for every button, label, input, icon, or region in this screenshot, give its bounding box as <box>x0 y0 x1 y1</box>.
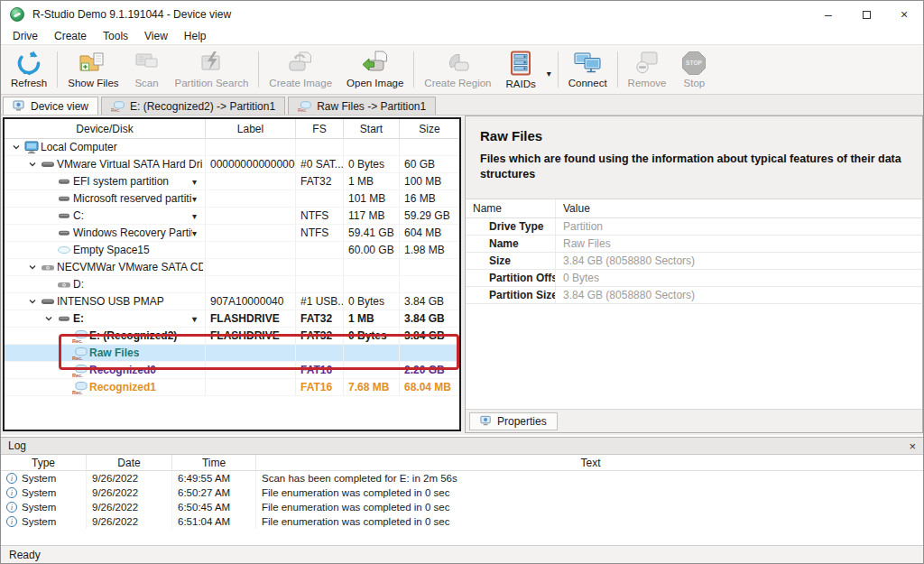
prop-row-name: Name Raw Files <box>466 236 922 253</box>
refresh-button[interactable]: Refresh <box>4 47 54 92</box>
toolbar: Refresh Show Files Scan Partition Search <box>1 44 923 95</box>
tree-row-e-drive[interactable]: E: ▾ FLASHDRIVE FAT32 1 MB 3.84 GB <box>5 310 459 328</box>
log-row[interactable]: iSystem 9/26/2022 6:51:04 AM File enumer… <box>1 514 924 529</box>
log-row[interactable]: iSystem 9/26/2022 6:50:45 AM File enumer… <box>1 500 924 514</box>
chevron-down-icon[interactable] <box>25 160 39 169</box>
tree-row-recognized0[interactable]: Rec. Recognized0 FAT16 2.20 GB <box>5 362 459 379</box>
log-column-date[interactable]: Date <box>87 455 172 471</box>
tab-label: Raw Files -> Partition1 <box>317 100 426 113</box>
tree-row-d-drive[interactable]: D: <box>5 276 459 293</box>
computer-icon <box>23 141 41 154</box>
show-files-button[interactable]: Show Files <box>60 47 125 92</box>
log-column-text[interactable]: Text <box>256 455 924 471</box>
svg-text:Rec.: Rec. <box>298 108 307 113</box>
connect-icon <box>572 49 603 77</box>
dropdown-arrow-icon[interactable]: ▾ <box>192 310 203 328</box>
menu-create[interactable]: Create <box>46 30 95 42</box>
tree-row-recognized1[interactable]: Rec. Recognized1 FAT16 7.68 MB 68.04 MB <box>5 379 459 396</box>
svg-text:STOP: STOP <box>687 60 703 66</box>
svg-text:Rec.: Rec. <box>72 337 83 343</box>
log-column-type[interactable]: Type <box>1 455 87 471</box>
tab-device-view[interactable]: Device view <box>3 97 98 115</box>
tree-row-intenso-usb[interactable]: INTENSO USB PMAP 907A10000040 #1 USB... … <box>5 293 459 310</box>
rec-disk-icon: Rec. <box>71 329 89 343</box>
log-column-time[interactable]: Time <box>172 455 256 471</box>
chevron-down-icon[interactable] <box>42 314 55 323</box>
maximize-button[interactable] <box>847 1 885 28</box>
window-title: R-Studio Demo 9.1.191044 - Device view <box>32 8 231 21</box>
partition-search-button[interactable]: Partition Search <box>168 47 256 92</box>
partition-icon <box>55 228 73 237</box>
title-bar: R-Studio Demo 9.1.191044 - Device view –… <box>1 1 923 28</box>
create-region-button[interactable]: Create Region <box>417 47 498 92</box>
window-controls: – × <box>809 1 923 28</box>
minimize-button[interactable]: – <box>809 1 847 28</box>
tree-row-e-recognized2[interactable]: Rec. E: (Recognized2) FLASHDRIVE FAT32 0… <box>5 328 459 345</box>
rec-disk-icon: Rec. <box>111 100 125 113</box>
scan-icon <box>134 49 161 77</box>
column-header-start[interactable]: Start <box>344 119 400 139</box>
connect-button[interactable]: Connect <box>561 47 614 92</box>
tree-row-local-computer[interactable]: Local Computer <box>5 139 459 156</box>
status-text: Ready <box>9 549 41 561</box>
raids-button[interactable]: RAIDs <box>499 47 543 93</box>
open-image-button[interactable]: Open Image <box>339 47 411 92</box>
svg-text:Rec.: Rec. <box>72 355 83 360</box>
create-image-button[interactable]: Create Image <box>262 47 339 92</box>
menu-view[interactable]: View <box>136 30 176 42</box>
log-row[interactable]: iSystem 9/26/2022 6:49:55 AM Scan has be… <box>1 471 924 485</box>
chevron-down-icon[interactable] <box>25 297 39 306</box>
svg-text:Rec.: Rec. <box>72 389 83 394</box>
rec-disk-icon: Rec. <box>71 364 89 377</box>
menu-tools[interactable]: Tools <box>95 30 136 42</box>
menu-bar: Drive Create Tools View Help <box>1 28 923 44</box>
properties-panel: Raw Files Files which are found using th… <box>465 116 923 433</box>
tab-recognized2-partition1[interactable]: Rec. E: (Recognized2) -> Partition1 <box>101 97 285 115</box>
hard-disk-icon <box>39 297 57 306</box>
panel-description: Files which are found using the informat… <box>480 152 908 182</box>
properties-icon <box>480 415 493 427</box>
partition-icon <box>55 194 73 203</box>
tree-row-msft-reserved[interactable]: Microsoft reserved partiti... ▾ 101 MB 1… <box>5 190 459 208</box>
tree-row-empty-space15[interactable]: Empty Space15 60.00 GB 1.98 MB <box>5 242 459 259</box>
partition-icon <box>55 177 73 186</box>
tree-row-efi-partition[interactable]: EFI system partition ▾ FAT32 1 MB 100 MB <box>5 173 459 190</box>
dropdown-arrow-icon[interactable]: ▾ <box>192 208 203 225</box>
dropdown-arrow-icon[interactable]: ▾ <box>192 173 203 190</box>
stop-icon: STOP <box>680 49 707 77</box>
tree-row-windows-recovery[interactable]: Windows Recovery Partiti... ▾ NTFS 59.41… <box>5 225 459 242</box>
tab-raw-files-partition1[interactable]: Rec. Raw Files -> Partition1 <box>288 97 436 115</box>
dropdown-arrow-icon[interactable]: ▾ <box>192 190 203 208</box>
partition-search-icon <box>198 49 225 77</box>
scan-button[interactable]: Scan <box>126 47 168 92</box>
chevron-down-icon[interactable] <box>25 263 39 272</box>
tree-row-raw-files[interactable]: Rec. Raw Files <box>5 345 459 362</box>
hard-disk-icon <box>39 160 57 169</box>
column-header-device-disk[interactable]: Device/Disk <box>5 119 206 139</box>
rec-disk-icon: Rec. <box>71 347 89 360</box>
log-close-icon[interactable]: × <box>907 439 918 453</box>
column-header-size[interactable]: Size <box>400 119 459 139</box>
tree-row-vmware-hdd[interactable]: VMware Virtual SATA Hard Dri... 00000000… <box>5 156 459 173</box>
create-region-icon <box>444 49 471 77</box>
menu-drive[interactable]: Drive <box>5 30 46 42</box>
close-button[interactable]: × <box>885 1 923 28</box>
stop-button[interactable]: STOP Stop <box>673 47 715 92</box>
tree-row-c-drive[interactable]: C: ▾ NTFS 117 MB 59.29 GB <box>5 208 459 225</box>
toolbar-separator <box>258 51 259 88</box>
menu-help[interactable]: Help <box>176 30 215 42</box>
chevron-down-icon[interactable] <box>9 143 23 152</box>
prop-row-partition-size: Partition Size 3.84 GB (8058880 Sectors) <box>466 287 922 304</box>
column-header-label[interactable]: Label <box>206 119 296 139</box>
device-tree-panel: Device/Disk Label FS Start Size Local Co… <box>3 117 461 431</box>
tree-row-necvmwar-cd[interactable]: NECVMWar VMware SATA CD... <box>5 259 459 276</box>
dropdown-arrow-icon[interactable]: ▾ <box>192 225 203 242</box>
tab-properties[interactable]: Properties <box>469 412 558 430</box>
remove-button[interactable]: Remove <box>621 47 674 92</box>
raids-dropdown-arrow-icon[interactable]: ▾ <box>543 69 555 79</box>
properties-table-header: Name Value <box>466 199 922 218</box>
rec-disk-icon: Rec. <box>298 100 312 113</box>
column-header-fs[interactable]: FS <box>296 119 344 139</box>
log-row[interactable]: iSystem 9/26/2022 6:50:27 AM File enumer… <box>1 485 924 500</box>
properties-header: Raw Files Files which are found using th… <box>466 116 922 199</box>
